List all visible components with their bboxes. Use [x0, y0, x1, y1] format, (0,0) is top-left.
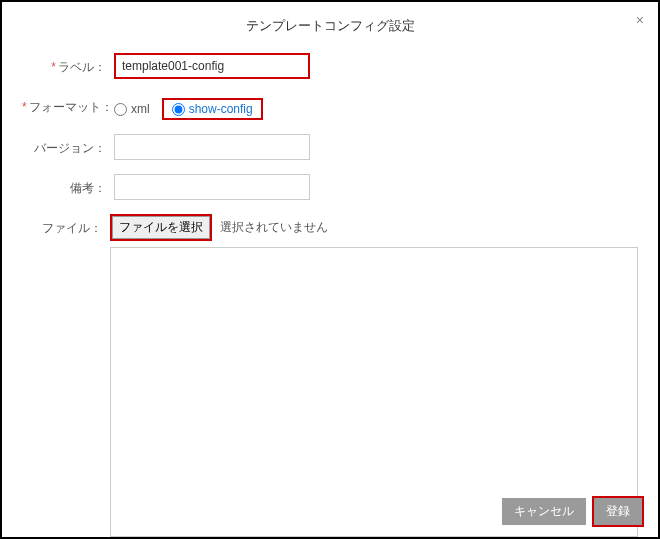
- row-label: *ラベル：: [22, 53, 638, 79]
- file-content-textarea[interactable]: [110, 247, 638, 537]
- row-version: バージョン：: [22, 134, 638, 160]
- required-star-icon: *: [22, 100, 27, 114]
- radio-xml-input[interactable]: [114, 103, 127, 116]
- label-label: *ラベル：: [22, 53, 114, 76]
- row-remarks: 備考：: [22, 174, 638, 200]
- version-input[interactable]: [114, 134, 310, 160]
- format-radio-xml[interactable]: xml: [114, 102, 150, 116]
- close-icon[interactable]: ×: [636, 12, 644, 28]
- label-format: *フォーマット：: [22, 93, 114, 116]
- label-remarks: 備考：: [22, 174, 114, 197]
- dialog-header: テンプレートコンフィグ設定 ×: [2, 2, 658, 53]
- file-select-button[interactable]: ファイルを選択: [112, 216, 210, 239]
- remarks-input[interactable]: [114, 174, 310, 200]
- submit-button[interactable]: 登録: [594, 498, 642, 525]
- row-format: *フォーマット： xml show-config: [22, 93, 638, 120]
- label-input[interactable]: [114, 53, 310, 79]
- template-config-dialog: テンプレートコンフィグ設定 × *ラベル： *フォーマット： xml: [2, 2, 658, 537]
- required-star-icon: *: [51, 60, 56, 74]
- label-version: バージョン：: [22, 134, 114, 157]
- radio-showconfig-input[interactable]: [172, 103, 185, 116]
- form-area: *ラベル： *フォーマット： xml show-config: [2, 53, 658, 537]
- file-status-text: 選択されていません: [220, 220, 328, 234]
- cancel-button[interactable]: キャンセル: [502, 498, 586, 525]
- format-radio-show-config[interactable]: show-config: [162, 98, 263, 120]
- row-file: ファイル： ファイルを選択 選択されていません: [22, 214, 638, 537]
- label-file: ファイル：: [22, 214, 110, 237]
- dialog-footer: キャンセル 登録: [502, 496, 644, 527]
- dialog-title: テンプレートコンフィグ設定: [246, 18, 415, 33]
